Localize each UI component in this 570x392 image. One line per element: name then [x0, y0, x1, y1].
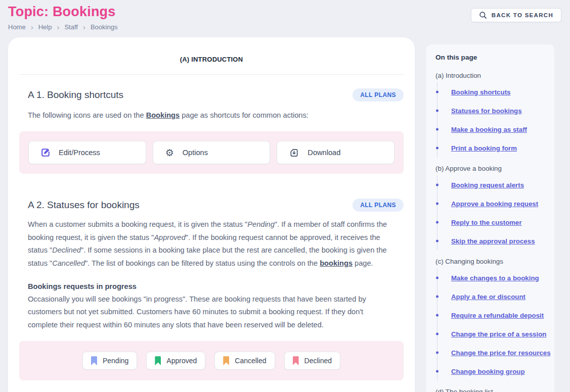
on-this-page-panel: On this page (a) Introduction Booking sh…	[426, 44, 554, 392]
back-to-search-button[interactable]: BACK TO SEARCH	[471, 8, 561, 22]
section-statuses-for-bookings: A 2. Statuses for bookings ALL PLANS Whe…	[19, 199, 404, 380]
all-plans-badge: ALL PLANS	[353, 88, 404, 102]
status-word-declined: Declined	[52, 246, 81, 254]
list-item: Reply to the customer	[437, 213, 545, 231]
toc-link-booking-request-alerts[interactable]: Booking request alerts	[451, 181, 524, 189]
toc-title: On this page	[435, 54, 545, 61]
toc-link-print-a-booking-form[interactable]: Print a booking form	[451, 144, 517, 152]
toc-group-list: Make changes to a booking Apply a fee or…	[437, 268, 545, 380]
gear-icon: ⚙	[165, 148, 174, 158]
toc-link-change-booking-group[interactable]: Change booking group	[451, 368, 525, 375]
bookmark-icon	[155, 356, 161, 365]
breadcrumb: Home › Help › Staff › Bookings	[8, 23, 117, 31]
toc-link-apply-a-fee-or-discount[interactable]: Apply a fee or discount	[451, 293, 525, 301]
status-word-approved: Approved	[154, 233, 185, 241]
breadcrumb-separator: ›	[31, 23, 33, 31]
list-item: Change booking group	[437, 362, 545, 380]
status-label: Declined	[304, 357, 332, 365]
shortcut-label: Edit/Process	[59, 149, 100, 157]
bookings-page-link[interactable]: bookings	[320, 259, 353, 267]
breadcrumb-bookings: Bookings	[91, 23, 117, 31]
in-progress-paragraph: Occasionally you will see bookings "in p…	[28, 293, 395, 331]
toc-link-make-changes-to-a-booking[interactable]: Make changes to a booking	[451, 274, 539, 282]
bookmark-icon	[293, 356, 299, 365]
toc-group-list: Booking shortcuts Statuses for bookings …	[437, 82, 545, 157]
search-icon	[479, 11, 487, 19]
list-item: Print a booking form	[437, 138, 545, 157]
section-title: A 1. Booking shortcuts	[28, 89, 123, 101]
divider	[19, 74, 404, 75]
breadcrumb-home[interactable]: Home	[8, 23, 26, 31]
section-booking-shortcuts: A 1. Booking shortcuts ALL PLANS The fol…	[19, 88, 404, 174]
status-label: Pending	[103, 357, 128, 365]
breadcrumb-staff[interactable]: Staff	[64, 23, 78, 31]
list-item: Skip the approval process	[437, 231, 545, 250]
toc-link-change-the-price-for-resources[interactable]: Change the price for resources	[451, 349, 551, 357]
list-item: Change the price for resources	[437, 343, 545, 362]
toc-link-approve-a-booking-request[interactable]: Approve a booking request	[451, 200, 538, 208]
status-text: When a customer submits a booking reques…	[28, 220, 247, 228]
shortcut-label: Options	[183, 149, 208, 157]
list-item: Apply a fee or discount	[437, 287, 545, 306]
section-kicker: (A) INTRODUCTION	[19, 56, 404, 63]
status-text: ". The list of bookings can be filtered …	[85, 259, 320, 267]
list-item: Approve a booking request	[437, 194, 545, 213]
intro-text: page as shortcuts for common actions:	[180, 111, 309, 119]
list-item: Statuses for bookings	[437, 101, 545, 120]
toc-link-make-a-booking-as-staff[interactable]: Make a booking as staff	[451, 126, 527, 133]
status-chip-declined: Declined	[284, 352, 340, 370]
content-card: (A) INTRODUCTION A 1. Booking shortcuts …	[8, 37, 415, 392]
status-label: Approved	[166, 357, 197, 365]
list-item: Make changes to a booking	[437, 268, 545, 287]
status-examples-panel: Pending Approved Cancelled Declined	[19, 341, 404, 380]
all-plans-badge: ALL PLANS	[353, 199, 404, 212]
back-to-search-label: BACK TO SEARCH	[492, 12, 553, 18]
toc-link-booking-shortcuts[interactable]: Booking shortcuts	[451, 88, 510, 96]
status-label: Cancelled	[235, 357, 266, 365]
toc-group-label: (c) Changing bookings	[435, 258, 545, 265]
toc-link-change-the-price-of-a-session[interactable]: Change the price of a session	[451, 330, 546, 338]
download-icon	[289, 148, 299, 158]
statuses-paragraph: When a customer submits a booking reques…	[28, 218, 395, 270]
status-word-cancelled: Cancelled	[52, 259, 85, 267]
toc-link-require-a-refundable-deposit[interactable]: Require a refundable deposit	[451, 312, 544, 319]
status-text: page.	[353, 259, 373, 267]
status-chip-pending: Pending	[82, 352, 137, 370]
page-title: Topic: Bookings	[8, 4, 116, 20]
bookmark-icon	[223, 356, 229, 365]
edit-icon	[41, 148, 50, 157]
bookmark-icon	[91, 356, 97, 365]
list-item: Change the price of a session	[437, 324, 545, 343]
shortcut-icons-panel: Edit/Process ⚙ Options Download	[19, 131, 404, 174]
status-word-pending: Pending	[247, 220, 275, 228]
toc-group-label: (a) Introduction	[435, 72, 545, 79]
breadcrumb-separator: ›	[57, 23, 59, 31]
toc-link-statuses-for-bookings[interactable]: Statuses for bookings	[451, 107, 522, 115]
status-chip-cancelled: Cancelled	[214, 352, 275, 370]
edit-process-button[interactable]: Edit/Process	[28, 141, 146, 164]
shortcut-label: Download	[308, 149, 340, 157]
list-item: Booking request alerts	[437, 175, 545, 194]
toc-group-list: Booking request alerts Approve a booking…	[437, 175, 545, 250]
toc-link-reply-to-the-customer[interactable]: Reply to the customer	[451, 219, 522, 226]
list-item: Booking shortcuts	[437, 82, 545, 101]
status-chip-approved: Approved	[146, 352, 205, 370]
list-item: Make a booking as staff	[437, 120, 545, 138]
bookings-page-link[interactable]: Bookings	[146, 111, 180, 119]
intro-paragraph: The following icons are used on the Book…	[28, 109, 395, 122]
download-button[interactable]: Download	[277, 141, 394, 164]
in-progress-subheading: Bookings requests in progress	[28, 282, 395, 290]
list-item: Require a refundable deposit	[437, 306, 545, 324]
toc-link-skip-the-approval-process[interactable]: Skip the approval process	[451, 237, 535, 245]
intro-text: The following icons are used on the	[28, 111, 146, 119]
section-title: A 2. Statuses for bookings	[28, 200, 140, 211]
breadcrumb-help[interactable]: Help	[38, 23, 52, 31]
options-button[interactable]: ⚙ Options	[153, 141, 271, 164]
toc-group-label: (d) The booking list	[435, 388, 545, 392]
toc-group-label: (b) Approve a booking	[435, 165, 545, 172]
breadcrumb-separator: ›	[83, 23, 85, 31]
